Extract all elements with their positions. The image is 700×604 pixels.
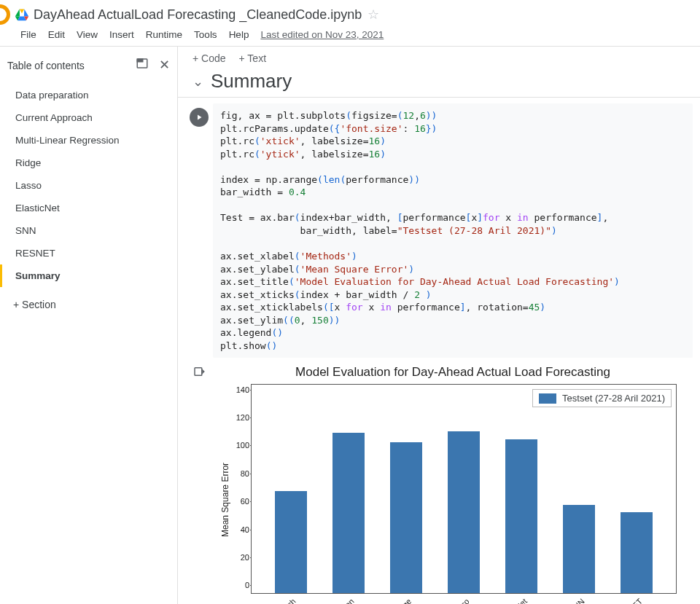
svg-marker-3 (15, 9, 20, 17)
chart-ytick: 60 (233, 497, 249, 506)
chart-bar (621, 512, 653, 593)
notebook-area: + Code + Text ⌄ Summary fig, ax = plt.su… (178, 47, 700, 604)
chart-xticklabel: Ridge (392, 597, 413, 604)
toc-close-icon[interactable]: ✕ (159, 57, 170, 74)
menu-file[interactable]: File (20, 29, 36, 40)
svg-rect-11 (195, 368, 202, 376)
drive-icon (15, 7, 29, 22)
chart-bar (563, 505, 595, 593)
clear-output-icon[interactable] (192, 365, 206, 604)
chart-ytick: 100 (233, 441, 249, 450)
last-edited-link[interactable]: Last edited on Nov 23, 2021 (260, 29, 384, 40)
chart-plot-area: Testset (27-28 Aril 2021) (251, 384, 677, 594)
table-of-contents-panel: Table of contents ✕ Data preparationCurr… (0, 47, 178, 604)
toc-item[interactable]: Summary (0, 264, 177, 287)
toc-item[interactable]: ElasticNet (0, 197, 177, 219)
add-text-button[interactable]: + Text (239, 52, 267, 64)
menu-bar: File Edit View Insert Runtime Tools Help… (0, 25, 700, 46)
colab-logo-icon (0, 4, 10, 25)
chart-bar (505, 439, 537, 593)
section-title: Summary (211, 70, 292, 93)
menu-runtime[interactable]: Runtime (146, 29, 182, 40)
chart-xticklabel: ElasticNet (497, 597, 529, 604)
chart-xticklabel: Multi-Linear Regression (289, 597, 356, 604)
toc-item[interactable]: Current Approach (0, 106, 177, 129)
toc-item[interactable]: Multi-Linear Regression (0, 129, 177, 152)
svg-rect-10 (137, 59, 143, 62)
section-header[interactable]: ⌄ Summary (178, 70, 700, 98)
chevron-down-icon[interactable]: ⌄ (192, 74, 203, 90)
svg-marker-1 (20, 9, 25, 14)
chart-ytick: 120 (233, 413, 249, 422)
chart-yticks: 020406080100120140 (233, 384, 249, 594)
menu-help[interactable]: Help (229, 29, 249, 40)
toc-item[interactable]: SNN (0, 219, 177, 242)
menu-insert[interactable]: Insert (109, 29, 134, 40)
svg-marker-2 (24, 9, 28, 17)
chart-bar (332, 433, 365, 594)
chart-xticklabel: Lasso (449, 597, 470, 604)
chart-ytick: 80 (233, 469, 249, 478)
code-editor[interactable]: fig, ax = plt.subplots(figsize=(12,6)) p… (213, 103, 693, 358)
chart-xticklabel: SNN (568, 597, 586, 604)
chart-ytick: 0 (233, 581, 249, 589)
chart-title: Model Evaluation for Day-Ahead Actual Lo… (216, 365, 690, 380)
menu-tools[interactable]: Tools (194, 29, 217, 40)
toc-item[interactable]: Data preparation (0, 84, 177, 106)
chart-xticklabels: Current ApproachMulti-Linear RegressionR… (251, 594, 677, 604)
chart-output: Model Evaluation for Day-Ahead Actual Lo… (213, 362, 693, 604)
code-cell[interactable]: fig, ax = plt.subplots(figsize=(12,6)) p… (185, 103, 693, 358)
chart-xticklabel: Current Approach (247, 597, 298, 604)
app-header: DayAhead ActualLoad Forecasting _Cleaned… (0, 0, 700, 25)
menu-view[interactable]: View (77, 29, 98, 40)
notebook-title[interactable]: DayAhead ActualLoad Forecasting _Cleaned… (34, 7, 362, 23)
output-cell: Model Evaluation for Day-Ahead Actual Lo… (185, 362, 693, 604)
cell-toolbar: + Code + Text (178, 47, 700, 70)
chart-bar (275, 491, 307, 593)
toc-move-to-tab-icon[interactable] (136, 57, 149, 74)
chart-bar (448, 431, 480, 594)
chart-ylabel: Mean Square Error (220, 463, 230, 537)
toc-item-list: Data preparationCurrent ApproachMulti-Li… (0, 81, 177, 290)
toc-item[interactable]: Lasso (0, 174, 177, 197)
run-cell-button[interactable] (190, 108, 209, 127)
star-icon[interactable]: ☆ (368, 7, 379, 23)
toc-item[interactable]: RESNET (0, 242, 177, 264)
chart-ytick: 40 (233, 525, 249, 534)
chart-xticklabel: RESNET (615, 597, 644, 604)
menu-edit[interactable]: Edit (48, 29, 65, 40)
toc-item[interactable]: Ridge (0, 152, 177, 174)
toc-title: Table of contents (7, 60, 85, 71)
chart-ytick: 140 (233, 385, 249, 394)
add-code-button[interactable]: + Code (192, 52, 226, 64)
add-section-button[interactable]: + Section (0, 290, 177, 319)
chart-bar (390, 442, 422, 593)
chart-ytick: 20 (233, 553, 249, 562)
